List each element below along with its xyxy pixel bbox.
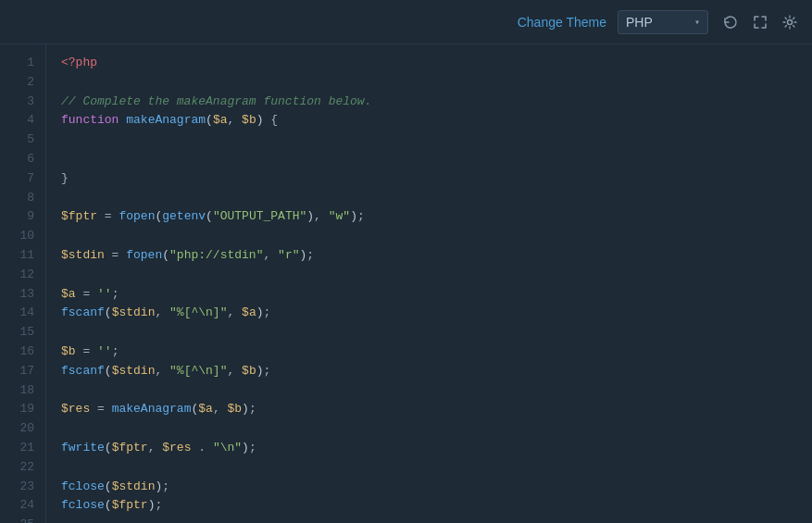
line-number: 3 (0, 93, 45, 112)
line-number: 15 (0, 323, 45, 342)
code-token: $fptr (112, 496, 148, 516)
code-token: makeAnagram (112, 400, 192, 419)
code-line (61, 323, 797, 342)
code-token: . (191, 439, 212, 458)
line-number: 12 (0, 266, 45, 285)
code-token: fscanf (61, 304, 105, 323)
code-token: $a (61, 285, 76, 305)
line-number: 21 (0, 439, 45, 458)
code-token: , (314, 207, 329, 227)
line-numbers: 1234567891011121314151617181920212223242… (0, 44, 46, 523)
code-line: // Complete the makeAnagram function bel… (61, 93, 797, 112)
line-number: 14 (0, 304, 45, 323)
code-token: , (227, 362, 242, 381)
code-token: , (148, 439, 163, 458)
code-token: makeAnagram (126, 111, 206, 131)
toolbar-icons (719, 13, 801, 31)
code-line (61, 73, 797, 93)
code-line: fclose($stdin); (61, 478, 797, 497)
line-number: 2 (0, 73, 45, 93)
code-token: $fptr (61, 207, 97, 227)
code-token: ) (256, 304, 264, 323)
code-token: , (155, 362, 169, 381)
line-number: 4 (0, 111, 45, 131)
code-token: = (97, 207, 119, 227)
code-token: = (90, 400, 111, 419)
code-token: ) (242, 400, 249, 419)
code-token: = (105, 246, 126, 266)
code-token: , (227, 111, 242, 131)
language-selector-wrapper: PHPPythonJavaScriptC++Java ▾ (618, 10, 708, 34)
code-token: ) (299, 246, 306, 266)
code-token: ( (206, 207, 213, 227)
code-line: $fptr = fopen(getenv("OUTPUT_PATH"), "w"… (61, 207, 797, 227)
line-number: 10 (0, 227, 45, 246)
code-token: <?php (61, 54, 97, 73)
code-token: $fptr (112, 439, 148, 458)
code-token: getenv (162, 207, 206, 227)
code-token: $res (162, 439, 191, 458)
code-token: ; (249, 439, 256, 458)
fullscreen-button[interactable] (749, 13, 771, 31)
code-token: , (227, 304, 242, 323)
line-number: 18 (0, 381, 45, 401)
code-token: = (76, 342, 97, 362)
code-token: ; (249, 400, 256, 419)
code-line (61, 227, 797, 246)
code-token: '' (97, 285, 112, 305)
code-line: fscanf($stdin, "%[^\n]", $b); (61, 362, 797, 381)
language-select[interactable]: PHPPythonJavaScriptC++Java (626, 15, 687, 30)
toolbar: Change Theme PHPPythonJavaScriptC++Java … (0, 0, 812, 44)
code-token: fclose (61, 496, 105, 516)
code-token: $a (242, 304, 256, 323)
code-line: $res = makeAnagram($a, $b); (61, 400, 797, 419)
code-token: ( (105, 439, 112, 458)
code-token: $a (198, 400, 213, 419)
code-token: , (155, 304, 169, 323)
code-token: ; (155, 496, 162, 516)
code-token: , (263, 246, 278, 266)
code-token: ) (256, 111, 264, 131)
code-token: "w" (329, 207, 350, 227)
code-token: $a (213, 111, 228, 131)
line-number: 20 (0, 419, 45, 439)
line-number: 11 (0, 246, 45, 266)
code-line (61, 419, 797, 439)
code-token: fscanf (61, 362, 105, 381)
code-token: $res (61, 400, 90, 419)
line-number: 22 (0, 458, 45, 478)
code-token: ; (357, 207, 365, 227)
change-theme-link[interactable]: Change Theme (518, 15, 606, 30)
reset-button[interactable] (719, 13, 742, 31)
code-token: "OUTPUT_PATH" (213, 207, 306, 227)
code-token: ( (105, 362, 112, 381)
code-token: ; (264, 362, 271, 381)
line-number: 23 (0, 478, 45, 497)
code-content[interactable]: <?php // Complete the makeAnagram functi… (46, 44, 812, 523)
code-token: "r" (278, 246, 299, 266)
code-token: ( (105, 496, 112, 516)
code-token: $b (227, 400, 242, 419)
line-number: 1 (0, 54, 45, 73)
code-token: $b (242, 362, 256, 381)
line-number: 16 (0, 342, 45, 362)
svg-point-0 (788, 19, 793, 24)
code-line: $a = ''; (61, 285, 797, 305)
code-token: '' (97, 342, 112, 362)
code-token: ) (148, 496, 156, 516)
code-token: { (264, 111, 279, 131)
code-token: ; (306, 246, 314, 266)
code-line: fclose($fptr); (61, 496, 797, 516)
line-number: 9 (0, 207, 45, 227)
code-token: "%[^\n]" (169, 362, 227, 381)
code-token: , (213, 400, 228, 419)
code-line (61, 189, 797, 208)
code-token: "php://stdin" (169, 246, 263, 266)
code-line: function makeAnagram($a, $b) { (61, 111, 797, 131)
code-line: $stdin = fopen("php://stdin", "r"); (61, 246, 797, 266)
code-token (119, 111, 126, 131)
settings-button[interactable] (779, 13, 801, 31)
code-token: function (61, 111, 119, 131)
code-token: ( (191, 400, 198, 419)
code-token: ; (264, 304, 271, 323)
